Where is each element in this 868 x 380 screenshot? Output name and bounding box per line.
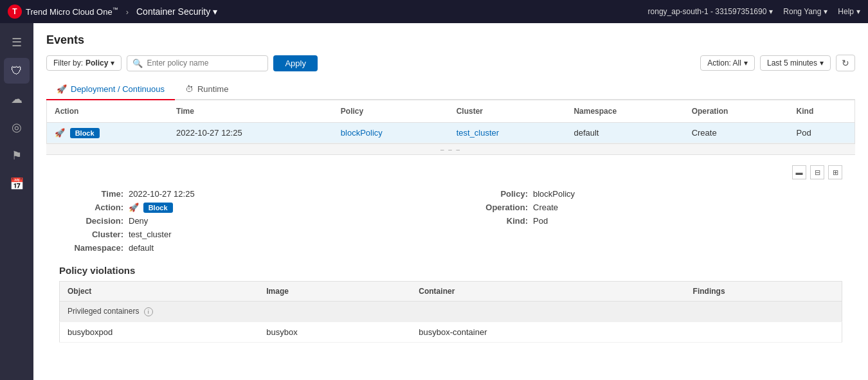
- violations-group-row: Privileged containers i: [60, 302, 842, 322]
- vcell-findings: [685, 322, 842, 343]
- rocket-icon: 🚀: [55, 128, 65, 138]
- sidebar-item-menu[interactable]: ☰: [4, 30, 30, 55]
- product-dropdown-icon: ▾: [213, 6, 217, 17]
- panel-size-controls: ▬ ⊟ ⊞: [59, 165, 842, 179]
- filter-by-value: Policy: [86, 59, 108, 68]
- detail-grid: Time: 2022-10-27 12:25 Action: 🚀 Block D…: [59, 187, 842, 255]
- col-action: Action: [47, 100, 168, 123]
- col-operation: Operation: [684, 100, 789, 123]
- events-table-wrapper: Action Time Policy Cluster Namespace Ope…: [46, 100, 855, 144]
- sidebar-item-calendar[interactable]: 📅: [4, 171, 30, 197]
- user-menu[interactable]: Rong Yang ▾: [783, 7, 827, 16]
- product-name[interactable]: Container Security ▾: [136, 6, 217, 17]
- tab-runtime[interactable]: ⏱ Runtime: [175, 79, 239, 100]
- group-label: Privileged containers i: [60, 302, 842, 322]
- cell-operation: Create: [684, 123, 789, 143]
- time-chevron: ▾: [820, 59, 824, 68]
- sidebar-item-target[interactable]: ◎: [4, 114, 30, 140]
- filter-bar: Filter by: Policy ▾ 🔍 Apply Action: All …: [46, 55, 855, 71]
- table-row[interactable]: 🚀 Block 2022-10-27 12:25 blockPolicy tes…: [47, 123, 854, 143]
- detail-action: Action: 🚀 Block: [59, 201, 438, 214]
- detail-block-badge: Block: [143, 203, 173, 213]
- violations-header: Object Image Container Findings: [60, 282, 842, 302]
- detail-time: Time: 2022-10-27 12:25: [59, 187, 438, 201]
- tab-deployment[interactable]: 🚀 Deployment / Continuous: [46, 79, 175, 100]
- calendar-icon: 📅: [10, 177, 24, 191]
- search-input[interactable]: [147, 59, 262, 68]
- col-kind: Kind: [789, 100, 854, 123]
- page-title: Events: [46, 33, 855, 47]
- vcell-container: busybox-container: [411, 322, 685, 343]
- vcol-container: Container: [411, 282, 685, 302]
- clock-tab-icon: ⏱: [185, 84, 194, 94]
- rocket-detail-icon: 🚀: [129, 203, 139, 212]
- refresh-button[interactable]: ↻: [836, 55, 855, 71]
- col-namespace: Namespace: [566, 100, 683, 123]
- user-dropdown-icon: ▾: [824, 7, 827, 16]
- events-table: Action Time Policy Cluster Namespace Ope…: [47, 100, 854, 143]
- vcell-image: busybox: [258, 322, 411, 343]
- info-icon[interactable]: i: [144, 307, 153, 316]
- time-filter[interactable]: Last 5 minutes ▾: [760, 55, 831, 71]
- violations-table: Object Image Container Findings Privileg…: [59, 281, 842, 343]
- sidebar-item-security[interactable]: 🛡: [4, 58, 30, 84]
- search-icon: 🔍: [132, 59, 143, 68]
- cluster-link[interactable]: test_cluster: [457, 128, 499, 138]
- block-badge: Block: [70, 128, 100, 138]
- cell-cluster: test_cluster: [449, 123, 566, 143]
- table-header-row: Action Time Policy Cluster Namespace Ope…: [47, 100, 854, 123]
- shield-icon: 🛡: [11, 64, 23, 78]
- cell-time: 2022-10-27 12:25: [168, 123, 333, 143]
- detail-cluster: Cluster: test_cluster: [59, 228, 438, 241]
- detail-cluster-link[interactable]: test_cluster: [129, 230, 171, 239]
- cell-kind: Pod: [789, 123, 854, 143]
- action-chevron: ▾: [744, 59, 748, 68]
- help-menu[interactable]: Help ▾: [838, 7, 860, 16]
- topbar-logo[interactable]: T Trend Micro Cloud One™: [8, 5, 118, 19]
- vcell-object: busyboxpod: [60, 322, 259, 343]
- detail-right: Policy: blockPolicy Operation: Create Ki…: [464, 187, 842, 255]
- panel-size-small[interactable]: ▬: [792, 165, 806, 179]
- vcol-image: Image: [258, 282, 411, 302]
- sidebar-item-alerts[interactable]: ⚑: [4, 143, 30, 168]
- flag-icon: ⚑: [12, 149, 22, 163]
- detail-namespace: Namespace: default: [59, 241, 438, 255]
- sidebar-item-cloud[interactable]: ☁: [4, 86, 30, 112]
- apply-button[interactable]: Apply: [273, 55, 318, 71]
- cell-policy: blockPolicy: [333, 123, 449, 143]
- vcol-object: Object: [60, 282, 259, 302]
- col-time: Time: [168, 100, 333, 123]
- action-filter[interactable]: Action: All ▾: [700, 55, 755, 71]
- policy-link[interactable]: blockPolicy: [341, 128, 383, 138]
- sidebar: ☰ 🛡 ☁ ◎ ⚑ 📅: [0, 23, 33, 380]
- detail-panel: ▬ ⊟ ⊞ Time: 2022-10-27 12:25 Action: 🚀 B…: [46, 154, 855, 353]
- violations-data-row: busyboxpod busybox busybox-container: [60, 322, 842, 343]
- cell-namespace: default: [566, 123, 683, 143]
- target-icon: ◎: [12, 120, 22, 134]
- tabs: 🚀 Deployment / Continuous ⏱ Runtime: [46, 79, 855, 100]
- detail-decision: Decision: Deny: [59, 214, 438, 228]
- filter-by-chevron: ▾: [111, 59, 114, 68]
- trendmicro-icon: T: [8, 5, 22, 19]
- search-wrapper: 🔍: [127, 55, 268, 71]
- col-policy: Policy: [333, 100, 449, 123]
- vcol-findings: Findings: [685, 282, 842, 302]
- topbar: T Trend Micro Cloud One™ › Container Sec…: [0, 0, 868, 23]
- rocket-tab-icon: 🚀: [57, 84, 67, 94]
- detail-kind: Kind: Pod: [464, 214, 842, 228]
- cell-action: 🚀 Block: [47, 123, 168, 143]
- filter-right: Action: All ▾ Last 5 minutes ▾ ↻: [700, 55, 855, 71]
- detail-policy-link[interactable]: blockPolicy: [533, 189, 575, 199]
- breadcrumb-chevron: ›: [126, 7, 129, 17]
- main-content: Events Filter by: Policy ▾ 🔍 Apply Actio…: [33, 23, 868, 380]
- account-dropdown-icon: ▾: [769, 7, 773, 16]
- refresh-icon: ↻: [842, 58, 849, 68]
- panel-size-large[interactable]: ⊞: [828, 165, 842, 179]
- detail-operation: Operation: Create: [464, 201, 842, 214]
- filter-by-button[interactable]: Filter by: Policy ▾: [46, 55, 122, 71]
- drag-handle[interactable]: – – –: [46, 144, 855, 154]
- topbar-right: rongy_ap-south-1 - 331597351690 ▾ Rong Y…: [648, 7, 860, 16]
- panel-size-medium[interactable]: ⊟: [810, 165, 824, 179]
- account-selector[interactable]: rongy_ap-south-1 - 331597351690 ▾: [648, 7, 773, 16]
- menu-icon: ☰: [12, 35, 22, 50]
